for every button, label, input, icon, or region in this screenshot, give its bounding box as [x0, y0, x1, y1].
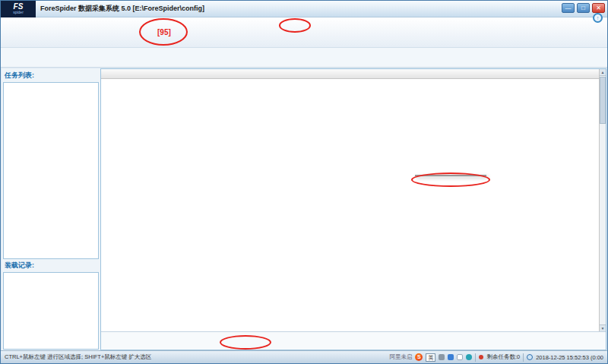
sogou-ime-icon[interactable]: S	[415, 353, 423, 361]
main-toolbar: [95] ↑	[1, 17, 607, 48]
table-body	[101, 79, 606, 331]
results-panel: ▲ ▼	[100, 68, 606, 350]
status-divider	[523, 353, 524, 362]
minimize-button[interactable]: —	[562, 3, 575, 13]
remaining-tasks: 剩余任务数:0	[486, 353, 520, 361]
tray-app-text: 阿里未启	[389, 353, 412, 361]
context-menu	[415, 175, 486, 176]
task-tree	[3, 82, 99, 259]
ime-language-indicator[interactable]: 英	[426, 353, 435, 362]
title-bar: FS spider ForeSpider 数据采集系统 5.0 [E:\Fore…	[1, 1, 607, 17]
system-tray: 阿里未启 S 英 剩余任务数:0 2018-12-25 15:52:53 (0:…	[389, 353, 603, 362]
task-list-header: 任务列表:	[3, 69, 99, 82]
logo-subtext: spider	[13, 11, 24, 14]
scroll-down-icon[interactable]: ▼	[600, 324, 606, 331]
maximize-button[interactable]: □	[577, 3, 590, 13]
window-controls: — □ ✕	[562, 3, 605, 13]
status-bar: CTRL+鼠标左键 进行区域选择; SHIFT+鼠标左键 扩大选区 阿里未启 S…	[1, 350, 607, 363]
clock-icon	[527, 354, 533, 360]
network-icon[interactable]	[448, 354, 454, 360]
load-records-list	[3, 272, 99, 350]
tasks-status-icon	[479, 355, 483, 359]
bottom-tabs	[101, 331, 606, 350]
selection-hint: CTRL+鼠标左键 进行区域选择; SHIFT+鼠标左键 扩大选区	[5, 353, 151, 361]
status-datetime: 2018-12-25 15:52:53 (0:00	[536, 354, 603, 361]
table-header	[101, 69, 606, 79]
scroll-up-icon[interactable]: ▲	[600, 69, 606, 76]
volume-icon[interactable]	[439, 354, 445, 360]
app-logo: FS spider	[1, 1, 36, 17]
usb-icon[interactable]	[457, 354, 463, 360]
status-divider	[475, 353, 476, 362]
antivirus-icon[interactable]	[466, 354, 472, 360]
sidebar: 任务列表: 装载记录:	[2, 68, 100, 350]
count-badge: [95]	[157, 28, 171, 36]
quick-access-icon[interactable]: ↑	[593, 13, 603, 23]
main-area: 任务列表: 装载记录: ▲ ▼	[1, 68, 607, 350]
window-title: ForeSpider 数据采集系统 5.0 [E:\ForeSpider\con…	[40, 4, 204, 14]
app-window: FS spider ForeSpider 数据采集系统 5.0 [E:\Fore…	[0, 0, 608, 364]
vertical-scrollbar[interactable]: ▲ ▼	[599, 69, 606, 331]
load-records-header: 装载记录:	[3, 259, 99, 272]
secondary-toolbar	[1, 48, 607, 68]
close-button[interactable]: ✕	[592, 3, 605, 13]
scrollbar-thumb[interactable]	[600, 77, 606, 124]
